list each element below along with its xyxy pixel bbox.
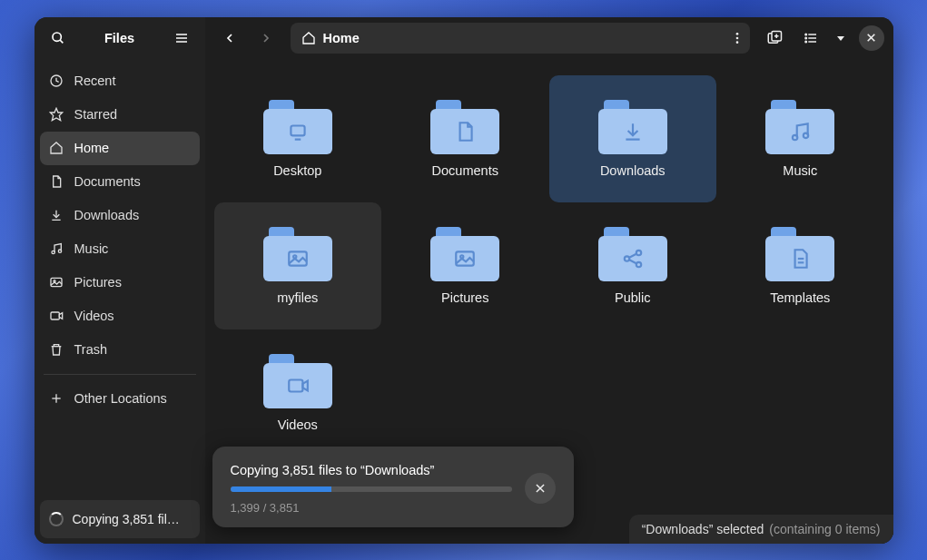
spinner-icon [49, 512, 64, 526]
view-list-button[interactable] [795, 23, 826, 54]
progress-fill [231, 486, 332, 492]
svg-marker-6 [50, 108, 62, 120]
list-view-icon [804, 31, 818, 45]
folder-icon [765, 227, 834, 281]
folder-pictures[interactable]: Pictures [381, 202, 549, 329]
sidebar-menu-button[interactable] [167, 24, 196, 53]
close-button[interactable] [859, 25, 884, 51]
folder-public[interactable]: Public [549, 202, 717, 329]
folder-desktop[interactable]: Desktop [214, 75, 382, 202]
app-title: Files [73, 31, 167, 45]
sidebar-item-music[interactable]: Music [40, 232, 200, 266]
sidebar-item-label: Home [74, 141, 110, 155]
folder-label: Desktop [273, 163, 321, 178]
sidebar-item-recent[interactable]: Recent [40, 64, 200, 98]
music-icon [49, 241, 64, 256]
folder-label: Public [615, 290, 651, 305]
folder-icon [263, 100, 332, 154]
svg-line-47 [628, 260, 636, 263]
close-icon [534, 482, 547, 495]
status-bar: “Downloads” selected (containing 0 items… [629, 515, 893, 544]
svg-point-29 [805, 41, 806, 42]
video-icon [49, 309, 64, 323]
folder-label: Downloads [600, 163, 666, 178]
sidebar-item-downloads[interactable]: Downloads [40, 199, 200, 232]
plus-icon [49, 391, 64, 406]
operation-popover: Copying 3,851 files to “Downloads” 1,399… [212, 447, 574, 527]
sidebar-item-label: Starred [74, 107, 118, 122]
progress-text: 1,399 / 3,851 [231, 501, 512, 515]
sidebar-other-locations[interactable]: Other Locations [40, 382, 200, 416]
path-label: Home [323, 31, 360, 45]
sidebar-item-trash[interactable]: Trash [40, 333, 200, 367]
sidebar-item-label: Recent [74, 74, 116, 88]
folder-label: Documents [432, 163, 498, 178]
folder-label: Templates [770, 290, 830, 305]
status-secondary: (containing 0 items) [769, 522, 880, 536]
doc-icon [49, 174, 64, 189]
picture-icon [49, 275, 64, 290]
chevron-down-icon [835, 33, 846, 44]
back-button[interactable] [214, 23, 245, 54]
sidebar-item-starred[interactable]: Starred [40, 98, 200, 132]
clock-icon [49, 74, 64, 88]
folder-templates[interactable]: Templates [716, 202, 884, 329]
sidebar-item-documents[interactable]: Documents [40, 165, 200, 199]
folder-grid: Desktop Documents Downloads Music myfile… [214, 75, 884, 457]
view-options-button[interactable] [832, 23, 850, 54]
kebab-icon[interactable] [730, 31, 745, 45]
search-button[interactable] [44, 24, 73, 53]
svg-rect-33 [291, 125, 304, 135]
path-bar[interactable]: Home [291, 23, 750, 54]
svg-point-9 [52, 251, 54, 253]
folder-label: Pictures [441, 290, 488, 305]
folder-label: Music [783, 163, 817, 178]
hamburger-icon [174, 31, 189, 45]
chevron-right-icon [259, 31, 273, 45]
sidebar-item-label: Other Locations [74, 391, 167, 406]
folder-icon [263, 354, 332, 408]
folder-downloads[interactable]: Downloads [549, 75, 717, 202]
svg-rect-13 [51, 312, 59, 319]
svg-point-10 [58, 250, 61, 252]
sidebar-header: Files [35, 17, 205, 59]
folder-icon [598, 227, 667, 281]
sidebar-item-pictures[interactable]: Pictures [40, 266, 200, 300]
sidebar: Files RecentStarredHomeDocumentsDownload… [35, 17, 205, 544]
forward-button[interactable] [251, 23, 281, 54]
folder-music[interactable]: Music [716, 75, 884, 202]
download-icon [49, 208, 64, 222]
popover-title: Copying 3,851 files to “Downloads” [231, 463, 512, 477]
svg-marker-51 [302, 380, 307, 390]
folder-icon [430, 100, 499, 154]
svg-line-46 [628, 253, 636, 257]
sidebar-item-home[interactable]: Home [40, 132, 200, 165]
folder-myfiles[interactable]: myfiles [214, 202, 382, 329]
sidebar-operation-status[interactable]: Copying 3,851 fil… [40, 500, 200, 538]
svg-point-19 [735, 41, 738, 44]
status-primary: “Downloads” selected [642, 522, 764, 536]
svg-point-37 [793, 134, 797, 139]
svg-point-28 [805, 37, 806, 38]
folder-icon [430, 227, 499, 281]
cancel-operation-button[interactable] [525, 473, 556, 504]
file-manager-window: Files RecentStarredHomeDocumentsDownload… [35, 17, 893, 544]
progress-bar [231, 486, 512, 492]
home-icon [49, 141, 64, 155]
new-tab-icon [766, 30, 783, 46]
folder-documents[interactable]: Documents [381, 75, 549, 202]
toolbar: Home [205, 17, 893, 59]
folder-icon [598, 100, 667, 154]
sidebar-item-label: Trash [74, 342, 108, 357]
sidebar-item-label: Videos [74, 309, 114, 323]
folder-label: myfiles [277, 290, 318, 305]
sidebar-item-label: Documents [74, 174, 141, 189]
svg-line-1 [60, 40, 63, 43]
search-icon [51, 31, 65, 45]
folder-videos[interactable]: Videos [214, 329, 382, 457]
new-tab-button[interactable] [759, 23, 790, 54]
sidebar-item-videos[interactable]: Videos [40, 300, 200, 333]
svg-rect-50 [289, 379, 302, 391]
folder-icon [263, 227, 332, 281]
folder-label: Videos [278, 418, 318, 432]
